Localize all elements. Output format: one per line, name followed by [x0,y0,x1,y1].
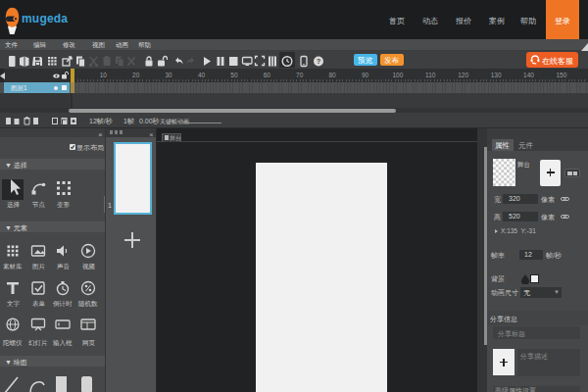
svg-text:?: ? [317,57,321,66]
